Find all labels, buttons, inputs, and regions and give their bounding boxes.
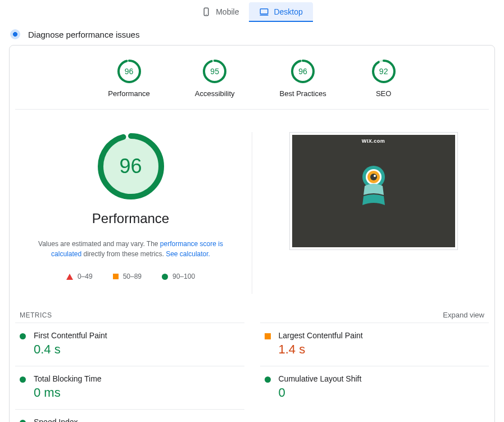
status-dot [20, 333, 26, 339]
gauge-performance: 96 [117, 59, 142, 84]
svg-point-1 [206, 14, 207, 15]
svg-point-17 [374, 175, 376, 177]
mobile-icon [201, 7, 211, 17]
link-see-calculator[interactable]: See calculator. [166, 250, 210, 258]
metrics-header: METRICS Expand view [10, 305, 494, 323]
score-legend: 0–49 50–89 90–100 [21, 273, 240, 280]
status-dot [20, 376, 26, 383]
svg-rect-2 [261, 9, 269, 14]
page-screenshot: WIX.com [289, 132, 458, 250]
score-best-practices[interactable]: 96 Best Practices [280, 59, 326, 98]
performance-title: Performance [21, 211, 240, 226]
metric-cls[interactable]: Cumulative Layout Shift 0 [260, 366, 489, 409]
metric-lcp[interactable]: Largest Contentful Paint 1.4 s [260, 323, 489, 366]
tab-mobile-label: Mobile [216, 7, 239, 16]
metrics-label: METRICS [20, 311, 52, 319]
legend-good: 90–100 [162, 273, 195, 280]
gauge-best-practices: 96 [290, 59, 315, 84]
gauge-accessibility: 95 [202, 59, 227, 84]
legend-average: 50–89 [113, 273, 142, 280]
score-summary-row: 96 Performance 95 Accessibility 96 Best … [15, 46, 489, 110]
triangle-icon [66, 274, 73, 280]
desktop-icon [259, 7, 269, 17]
square-icon [113, 274, 119, 279]
tab-desktop-label: Desktop [274, 7, 302, 16]
expand-view-button[interactable]: Expand view [443, 311, 484, 319]
status-dot [265, 333, 271, 339]
score-seo[interactable]: 92 SEO [371, 59, 396, 98]
report-card: 96 Performance 95 Accessibility 96 Best … [9, 45, 495, 422]
metric-si[interactable]: Speed Index 0.5 s [15, 409, 244, 422]
diagnose-header: Diagnose performance issues [0, 21, 504, 45]
pulse-icon [10, 29, 20, 39]
metric-tbt[interactable]: Total Blocking Time 0 ms [15, 366, 244, 409]
gauge-performance-big: 96 [97, 132, 165, 201]
tab-mobile[interactable]: Mobile [191, 2, 249, 21]
performance-detail: 96 Performance Values are estimated and … [10, 110, 494, 305]
device-tabs: Mobile Desktop [0, 0, 504, 21]
svg-point-16 [370, 174, 377, 180]
circle-icon [162, 274, 168, 280]
performance-description: Values are estimated and may vary. The p… [30, 239, 232, 259]
gauge-seo: 92 [371, 59, 396, 84]
tab-desktop[interactable]: Desktop [249, 2, 312, 21]
screenshot-brand: WIX.com [362, 138, 385, 144]
status-dot [265, 376, 271, 383]
diagnose-title: Diagnose performance issues [28, 30, 139, 39]
metric-fcp[interactable]: First Contentful Paint 0.4 s [15, 323, 244, 366]
status-dot [20, 420, 26, 422]
legend-poor: 0–49 [66, 273, 93, 280]
score-performance[interactable]: 96 Performance [108, 59, 149, 98]
score-accessibility[interactable]: 95 Accessibility [195, 59, 235, 98]
metrics-grid: First Contentful Paint 0.4 s Largest Con… [10, 323, 494, 422]
keyhole-icon [358, 166, 389, 220]
